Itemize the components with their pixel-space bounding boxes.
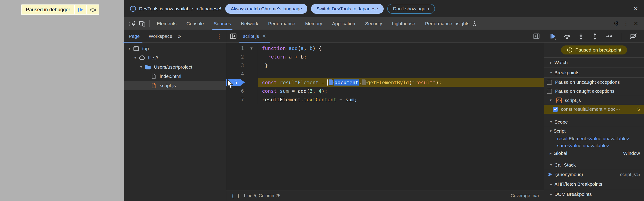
gutter-line-6[interactable]: 6 xyxy=(226,88,245,94)
code-editor[interactable]: 1 ▼ function add(a, b) { 2 return a + b;… xyxy=(226,42,544,190)
inspect-icon xyxy=(129,20,136,27)
gutter-line-7[interactable]: 7 xyxy=(226,97,245,102)
step-into-button[interactable] xyxy=(577,32,585,40)
scope-variable[interactable]: resultElement: <value unavailable> xyxy=(544,135,644,142)
toggle-debugger-sidebar-button[interactable] xyxy=(531,31,542,42)
inspect-element-button[interactable] xyxy=(127,19,137,28)
paused-toast-label: Paused in debugger xyxy=(22,5,74,14)
tab-network[interactable]: Network xyxy=(236,17,263,30)
always-match-language-button[interactable]: Always match Chrome's language xyxy=(225,4,307,14)
tab-elements[interactable]: Elements xyxy=(152,17,182,30)
inline-step-marker[interactable] xyxy=(329,80,334,85)
pause-caught-exceptions-row[interactable]: Pause on caught exceptions xyxy=(544,87,644,96)
text-caret xyxy=(328,80,328,86)
divider xyxy=(150,20,150,27)
scope-global-group[interactable]: ▸Global Window xyxy=(544,149,644,158)
resume-script-button[interactable] xyxy=(75,5,86,14)
gutter-line-3[interactable]: 3 xyxy=(226,62,245,68)
toggle-device-toolbar-button[interactable] xyxy=(137,19,147,28)
gutter-line-2[interactable]: 2 xyxy=(226,54,245,60)
cloud-icon xyxy=(138,54,146,62)
fold-arrow-icon[interactable]: ▼ xyxy=(245,44,258,52)
gutter-line-4[interactable]: 4 xyxy=(226,71,245,77)
inline-step-marker[interactable] xyxy=(362,80,367,85)
tree-item-index-html[interactable]: index.html xyxy=(124,72,226,81)
pretty-print-icon[interactable]: { } xyxy=(231,193,240,198)
section-scope[interactable]: ▾ Scope xyxy=(544,117,644,127)
section-dom-breakpoints[interactable]: ▸ DOM Breakpoints xyxy=(544,189,644,199)
code-line-4[interactable]: 4 xyxy=(226,70,544,78)
switch-to-japanese-button[interactable]: Switch DevTools to Japanese xyxy=(311,4,384,14)
gear-icon[interactable]: ⚙ xyxy=(611,19,621,28)
paused-in-debugger-toast: Paused in debugger xyxy=(22,4,99,15)
tree-item-script-js[interactable]: script.js xyxy=(124,81,226,90)
scope-script-group[interactable]: ▾ Script xyxy=(544,127,644,135)
file-tree: ▾ top ▾ file:// ▾ xyxy=(124,42,226,90)
code-line-5-execution[interactable]: 5 const resultElement = document.getElem… xyxy=(226,78,544,87)
scope-variable[interactable]: sum: <value unavailable> xyxy=(544,142,644,149)
code-line-2[interactable]: 2 return a + b; xyxy=(226,52,544,61)
gutter-line-1[interactable]: 1 xyxy=(226,46,245,51)
tab-page[interactable]: Page xyxy=(124,30,144,42)
collapse-navigator-button[interactable] xyxy=(228,31,238,42)
code-line-1[interactable]: 1 ▼ function add(a, b) { xyxy=(226,44,544,52)
kebab-menu-icon[interactable]: ⋮ xyxy=(621,19,631,28)
section-watch[interactable]: ▸ Watch xyxy=(544,58,644,68)
coverage-status: Coverage: n/a xyxy=(510,193,539,198)
step-out-icon xyxy=(591,32,599,40)
code-line-3[interactable]: 3 } xyxy=(226,61,544,70)
infobar-close-icon[interactable]: ✕ xyxy=(633,6,638,12)
breakpoint-group-script-js[interactable]: ▾ script.js xyxy=(544,96,644,105)
code-file-icon xyxy=(556,97,562,104)
paused-on-breakpoint-banner: Paused on breakpoint xyxy=(561,46,627,54)
resume-button[interactable] xyxy=(549,32,557,40)
dont-show-again-button[interactable]: Don't show again xyxy=(387,4,435,14)
tab-lighthouse[interactable]: Lighthouse xyxy=(387,17,420,30)
info-icon xyxy=(567,47,573,53)
file-icon-orange xyxy=(150,82,158,89)
tab-security[interactable]: Security xyxy=(360,17,387,30)
step-over-icon xyxy=(89,6,96,13)
deactivate-breakpoints-button[interactable] xyxy=(629,32,638,40)
section-breakpoints[interactable]: ▾ Breakpoints xyxy=(544,68,644,78)
tab-performance[interactable]: Performance xyxy=(263,17,300,30)
editor-tab-script-js[interactable]: script.js ✕ xyxy=(238,30,271,42)
more-tabs-chevron-icon[interactable]: » xyxy=(178,33,181,39)
step-over-icon xyxy=(563,32,571,40)
code-line-6[interactable]: 6 const sum = add(3, 4); xyxy=(226,87,544,95)
call-stack-frame[interactable]: (anonymous) script.js:5 xyxy=(544,170,644,179)
tab-workspace[interactable]: Workspace xyxy=(144,30,177,42)
tab-sources[interactable]: Sources xyxy=(209,17,236,30)
info-icon xyxy=(130,6,136,12)
checkbox-unchecked[interactable] xyxy=(547,80,552,85)
editor-pane: script.js ✕ 1 ▼ function add(a, b) { xyxy=(226,30,544,201)
devtools-tabbar: Elements Console Sources Network Perform… xyxy=(124,17,644,30)
folder-icon xyxy=(144,63,152,71)
pause-uncaught-exceptions-row[interactable]: Pause on uncaught exceptions xyxy=(544,78,644,87)
code-line-7[interactable]: 7 resultElement.textContent = sum; xyxy=(226,95,544,104)
tree-item-file-protocol[interactable]: ▾ file:// xyxy=(124,53,226,62)
breakpoint-entry[interactable]: const resultElement = doc⋯ 5 xyxy=(544,105,644,114)
cursor-position: Line 5, Column 25 xyxy=(244,193,280,198)
checkbox-unchecked[interactable] xyxy=(547,89,552,94)
navigator-pane: Page Workspace » ⋮ ▾ top ▾ xyxy=(124,30,226,201)
step-button[interactable] xyxy=(605,32,613,40)
step-over-button[interactable] xyxy=(563,32,571,40)
tree-item-project-folder[interactable]: ▾ Users/user/project xyxy=(124,62,226,72)
tab-application[interactable]: Application xyxy=(327,17,360,30)
tree-item-top[interactable]: ▾ top xyxy=(124,44,226,53)
devtools-close-icon[interactable]: ✕ xyxy=(631,19,641,28)
panel-right-icon xyxy=(533,33,540,40)
step-out-button[interactable] xyxy=(591,32,599,40)
collapse-sidebar-icon xyxy=(230,33,237,40)
section-xhr-breakpoints[interactable]: ▸ XHR/fetch Breakpoints xyxy=(544,179,644,189)
tab-close-icon[interactable]: ✕ xyxy=(262,33,266,39)
tab-performance-insights[interactable]: Performance insights xyxy=(420,17,482,30)
section-call-stack[interactable]: ▾ Call Stack xyxy=(544,160,644,170)
checkbox-checked[interactable] xyxy=(553,107,558,112)
step-over-button[interactable] xyxy=(87,5,98,14)
tab-memory[interactable]: Memory xyxy=(300,17,327,30)
tab-console[interactable]: Console xyxy=(182,17,209,30)
infobar-message: DevTools is now available in Japanese! xyxy=(139,6,221,12)
navigator-kebab-menu-icon[interactable]: ⋮ xyxy=(216,33,222,39)
